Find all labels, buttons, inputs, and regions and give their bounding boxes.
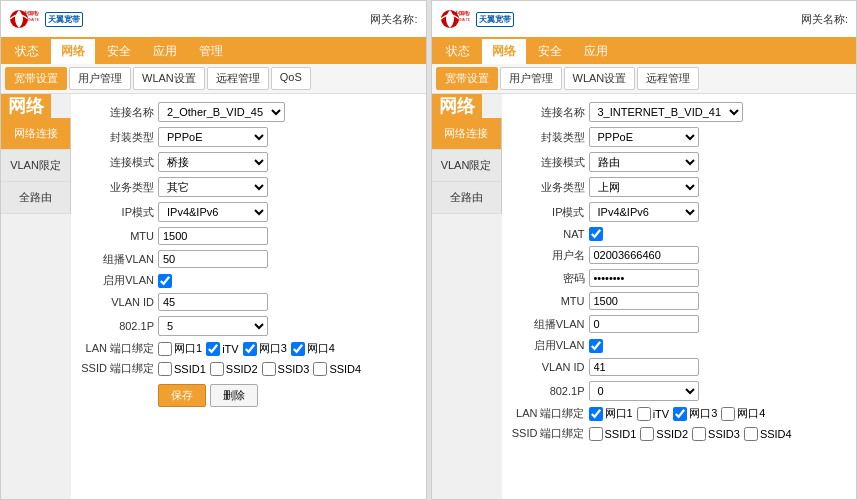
right-ssid2-checkbox[interactable] bbox=[640, 427, 654, 441]
left-lan-itv-label: iTV bbox=[222, 343, 239, 355]
right-lan-itv-checkbox[interactable] bbox=[637, 407, 651, 421]
right-sidebar-network[interactable]: 网络连接 bbox=[432, 118, 501, 150]
right-vlan-group-input[interactable] bbox=[589, 315, 699, 333]
right-connection-name-label: 连接名称 bbox=[510, 105, 585, 120]
right-vlan-id-input[interactable] bbox=[589, 358, 699, 376]
right-tab-status[interactable]: 状态 bbox=[436, 39, 480, 64]
right-ssid3-checkbox[interactable] bbox=[692, 427, 706, 441]
right-lan-port1-item: 网口1 bbox=[589, 406, 633, 421]
left-connection-name-select[interactable]: 2_Other_B_VID_45 bbox=[158, 102, 285, 122]
left-vlan-group-label: 组播VLAN bbox=[79, 252, 154, 267]
right-username-input[interactable] bbox=[589, 246, 699, 264]
right-tab-app[interactable]: 应用 bbox=[574, 39, 618, 64]
right-tab-security[interactable]: 安全 bbox=[528, 39, 572, 64]
right-encap-type-row: 封装类型 PPPoE bbox=[510, 127, 849, 147]
left-ssid-bind-row: SSID 端口绑定 SSID1 SSID2 SSID3 bbox=[79, 361, 418, 376]
right-service-type-select[interactable]: 上网 bbox=[589, 177, 699, 197]
right-encap-type-select[interactable]: PPPoE bbox=[589, 127, 699, 147]
left-lan-port3-checkbox[interactable] bbox=[243, 342, 257, 356]
right-ssid1-checkbox[interactable] bbox=[589, 427, 603, 441]
left-sidebar-fullroute[interactable]: 全路由 bbox=[1, 182, 70, 214]
left-ip-mode-select[interactable]: IPv4&IPv6 bbox=[158, 202, 268, 222]
right-subtab-wlan[interactable]: WLAN设置 bbox=[564, 67, 636, 90]
left-vlan-group-input[interactable] bbox=[158, 250, 268, 268]
right-subtab-remote[interactable]: 远程管理 bbox=[637, 67, 699, 90]
right-header: 中国电信 CHINA TELECOM 天翼宽带 网关名称: bbox=[432, 1, 857, 39]
left-ssid-bind-label: SSID 端口绑定 bbox=[79, 361, 154, 376]
right-lan-port4-checkbox[interactable] bbox=[721, 407, 735, 421]
right-tab-network[interactable]: 网络 bbox=[482, 39, 526, 64]
left-sidebar-vlan[interactable]: VLAN限定 bbox=[1, 150, 70, 182]
left-tab-status[interactable]: 状态 bbox=[5, 39, 49, 64]
left-ssid3-checkbox[interactable] bbox=[262, 362, 276, 376]
right-lan-port1-label: 网口1 bbox=[605, 406, 633, 421]
left-service-type-select[interactable]: 其它 bbox=[158, 177, 268, 197]
right-lan-port1-checkbox[interactable] bbox=[589, 407, 603, 421]
right-ip-mode-select[interactable]: IPv4&IPv6 bbox=[589, 202, 699, 222]
right-connection-name-select[interactable]: 3_INTERNET_B_VID_41 bbox=[589, 102, 743, 122]
left-ssid3-item: SSID3 bbox=[262, 362, 310, 376]
left-lan-port4-item: 网口4 bbox=[291, 341, 335, 356]
left-tab-admin[interactable]: 管理 bbox=[189, 39, 233, 64]
right-lan-itv-label: iTV bbox=[653, 408, 670, 420]
left-lan-port4-checkbox[interactable] bbox=[291, 342, 305, 356]
left-encap-type-select[interactable]: PPPoE bbox=[158, 127, 268, 147]
left-vlan-id-input[interactable] bbox=[158, 293, 268, 311]
right-service-type-label: 业务类型 bbox=[510, 180, 585, 195]
left-ssid4-checkbox[interactable] bbox=[313, 362, 327, 376]
right-lan-port3-checkbox[interactable] bbox=[673, 407, 687, 421]
right-dot1p-label: 802.1P bbox=[510, 385, 585, 397]
left-ip-mode-row: IP模式 IPv4&IPv6 bbox=[79, 202, 418, 222]
right-connection-name-row: 连接名称 3_INTERNET_B_VID_41 bbox=[510, 102, 849, 122]
left-tab-app[interactable]: 应用 bbox=[143, 39, 187, 64]
right-ssid3-label: SSID3 bbox=[708, 428, 740, 440]
left-ssid3-label: SSID3 bbox=[278, 363, 310, 375]
right-ssid4-checkbox[interactable] bbox=[744, 427, 758, 441]
right-password-input[interactable] bbox=[589, 269, 699, 287]
left-subtab-wlan[interactable]: WLAN设置 bbox=[133, 67, 205, 90]
left-conn-mode-label: 连接模式 bbox=[79, 155, 154, 170]
left-tab-network[interactable]: 网络 bbox=[51, 39, 95, 64]
right-subtab-user[interactable]: 用户管理 bbox=[500, 67, 562, 90]
right-conn-mode-select[interactable]: 路由 bbox=[589, 152, 699, 172]
left-ssid2-checkbox[interactable] bbox=[210, 362, 224, 376]
left-lan-port1-label: 网口1 bbox=[174, 341, 202, 356]
right-enable-vlan-checkbox[interactable] bbox=[589, 339, 603, 353]
left-dot1p-select[interactable]: 5 bbox=[158, 316, 268, 336]
right-nat-checkbox[interactable] bbox=[589, 227, 603, 241]
left-mtu-input[interactable] bbox=[158, 227, 268, 245]
left-lan-itv-checkbox[interactable] bbox=[206, 342, 220, 356]
right-mtu-input[interactable] bbox=[589, 292, 699, 310]
left-save-button[interactable]: 保存 bbox=[158, 384, 206, 407]
left-ssid2-item: SSID2 bbox=[210, 362, 258, 376]
left-conn-mode-select[interactable]: 桥接 bbox=[158, 152, 268, 172]
left-header: 中国电信 CHINA TELECOM 天翼宽带 网关名称: bbox=[1, 1, 426, 39]
left-sidebar-network[interactable]: 网络连接 bbox=[1, 118, 70, 150]
right-logo-area: 中国电信 CHINA TELECOM 天翼宽带 bbox=[440, 5, 514, 33]
left-ssid2-label: SSID2 bbox=[226, 363, 258, 375]
left-tab-security[interactable]: 安全 bbox=[97, 39, 141, 64]
right-sidebar-fullroute[interactable]: 全路由 bbox=[432, 182, 501, 214]
left-encap-type-label: 封装类型 bbox=[79, 130, 154, 145]
left-lan-port3-label: 网口3 bbox=[259, 341, 287, 356]
right-subtab-broadband[interactable]: 宽带设置 bbox=[436, 67, 498, 90]
left-lan-port3-item: 网口3 bbox=[243, 341, 287, 356]
left-ssid-bind-group: SSID1 SSID2 SSID3 SSID4 bbox=[158, 362, 361, 376]
tianyi-logo-left: 天翼宽带 bbox=[45, 12, 83, 27]
right-dot1p-select[interactable]: 0 bbox=[589, 381, 699, 401]
left-subtab-broadband[interactable]: 宽带设置 bbox=[5, 67, 67, 90]
china-telecom-logo-left: 中国电信 CHINA TELECOM bbox=[9, 5, 39, 33]
right-vlan-id-label: VLAN ID bbox=[510, 361, 585, 373]
left-panel: 中国电信 CHINA TELECOM 天翼宽带 网关名称: 状态 网络 安全 应… bbox=[0, 0, 427, 500]
left-subtab-remote[interactable]: 远程管理 bbox=[207, 67, 269, 90]
left-enable-vlan-checkbox[interactable] bbox=[158, 274, 172, 288]
right-network-label: 网络 bbox=[432, 94, 482, 118]
left-delete-button[interactable]: 删除 bbox=[210, 384, 258, 407]
right-service-type-row: 业务类型 上网 bbox=[510, 177, 849, 197]
left-connection-name-label: 连接名称 bbox=[79, 105, 154, 120]
left-subtab-qos[interactable]: QoS bbox=[271, 67, 311, 90]
right-sidebar-vlan[interactable]: VLAN限定 bbox=[432, 150, 501, 182]
left-lan-port1-checkbox[interactable] bbox=[158, 342, 172, 356]
left-ssid1-checkbox[interactable] bbox=[158, 362, 172, 376]
left-subtab-user[interactable]: 用户管理 bbox=[69, 67, 131, 90]
